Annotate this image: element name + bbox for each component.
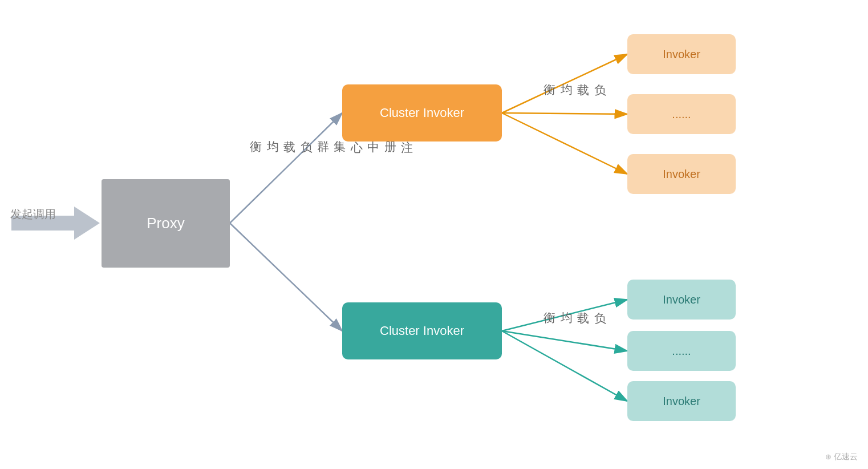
- cluster1-invoker-box: Cluster Invoker: [342, 84, 502, 141]
- lb-label-1: 负载均衡: [542, 74, 609, 75]
- invoker-orange-3: Invoker: [627, 154, 736, 194]
- watermark: ⊕ 亿速云: [825, 452, 858, 462]
- cluster2-invoker-box: Cluster Invoker: [342, 302, 502, 359]
- invoker-teal-dots: ......: [627, 331, 736, 371]
- invoker-orange-dots: ......: [627, 94, 736, 134]
- lb-label-2: 负载均衡: [542, 302, 609, 304]
- svg-line-5: [230, 223, 342, 331]
- diagram-container: 发起调用 Proxy 注册中心集群负载均衡 Cluster Invoker 负载…: [0, 0, 868, 469]
- proxy-box: Proxy: [102, 179, 230, 268]
- svg-line-4: [230, 113, 342, 223]
- svg-line-8: [502, 113, 627, 174]
- svg-line-11: [502, 331, 627, 401]
- svg-line-9: [502, 300, 627, 331]
- svg-line-6: [502, 54, 627, 113]
- invoker-teal-1: Invoker: [627, 280, 736, 320]
- svg-line-10: [502, 331, 627, 351]
- invoke-label: 发起调用: [10, 207, 56, 222]
- svg-line-7: [502, 113, 627, 114]
- invoker-teal-3: Invoker: [627, 381, 736, 421]
- invoker-orange-1: Invoker: [627, 34, 736, 74]
